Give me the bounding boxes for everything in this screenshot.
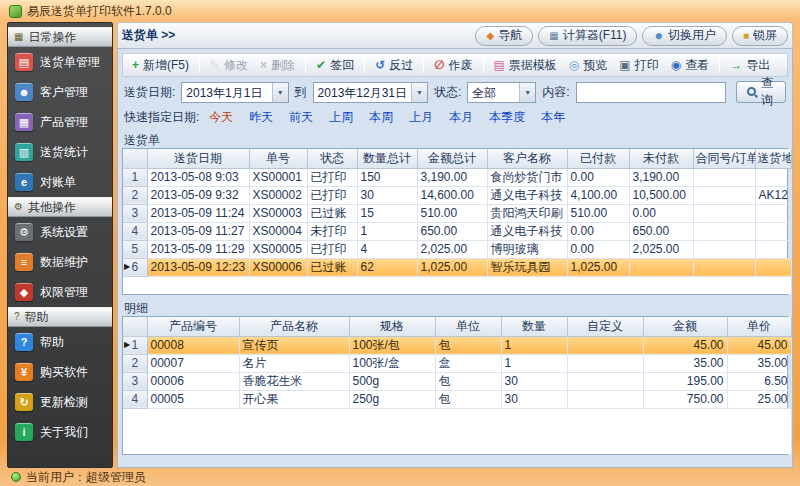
toolbar-button-label: 新增(F5) xyxy=(143,57,189,74)
toolbar-reverse-post-button[interactable]: ↺反过 xyxy=(370,55,418,76)
column-header[interactable]: 金额总计 xyxy=(417,149,487,168)
quick-date-link[interactable]: 今天 xyxy=(209,110,233,124)
sidebar-item-customer[interactable]: ☻客户管理 xyxy=(8,77,112,107)
column-header[interactable]: 合同号/订单号 xyxy=(693,149,755,168)
quick-date-link[interactable]: 本周 xyxy=(369,110,393,124)
update-check-icon: ↻ xyxy=(15,393,33,411)
quick-date-link[interactable]: 前天 xyxy=(289,110,313,124)
row-number-text: 4 xyxy=(131,224,138,238)
column-header[interactable]: 单价 xyxy=(727,317,791,336)
nav-switch-user-button[interactable]: ☻切换用户 xyxy=(642,26,727,46)
statistics-icon: ▥ xyxy=(15,143,33,161)
cell: 2,025.00 xyxy=(417,240,487,258)
date-from-combo[interactable]: 2013年1月1日 ▼ xyxy=(181,82,288,103)
order-row[interactable]: 42013-05-09 11:27XS00004未打印1650.00通义电子科技… xyxy=(123,222,791,240)
search-button[interactable]: 查询 xyxy=(736,81,786,103)
sidebar-item-product[interactable]: ▦产品管理 xyxy=(8,107,112,137)
permission-icon: ◆ xyxy=(15,283,33,301)
toolbar-add-button[interactable]: +新增(F5) xyxy=(127,55,194,76)
column-header[interactable]: 产品名称 xyxy=(239,317,349,336)
nav-button-label: 计算器(F11) xyxy=(563,27,627,44)
sidebar-item-update-check[interactable]: ↻更新检测 xyxy=(8,387,112,417)
sidebar-section-header[interactable]: ▦日常操作 xyxy=(8,27,112,47)
order-row[interactable]: 22013-05-09 9:32XS00002已打印3014,600.00通义电… xyxy=(123,186,791,204)
toolbar-button-label: 作废 xyxy=(449,57,473,74)
order-row[interactable]: 52013-05-09 11:29XS00005已打印42,025.00博明玻璃… xyxy=(123,240,791,258)
column-header[interactable]: 数量总计 xyxy=(357,149,417,168)
toolbar-separator xyxy=(719,57,720,73)
column-header[interactable]: 已付款 xyxy=(567,149,629,168)
dropdown-arrow-icon[interactable]: ▼ xyxy=(411,83,427,102)
toolbar-view-button[interactable]: ◉查看 xyxy=(666,55,714,76)
detail-row[interactable]: 300006香脆花生米500g包30195.006.50 xyxy=(123,372,791,390)
column-header[interactable]: 单位 xyxy=(435,317,501,336)
toolbar-sign-back-button[interactable]: ✔签回 xyxy=(311,55,359,76)
cell: 500g xyxy=(349,372,435,390)
detail-row[interactable]: 400005开心果250g包30750.0025.00 xyxy=(123,390,791,408)
cell: 4 xyxy=(357,240,417,258)
date-to-combo[interactable]: 2013年12月31日 ▼ xyxy=(313,82,428,103)
nav-lock-screen-button[interactable]: ■锁屏 xyxy=(732,26,788,46)
cell xyxy=(755,240,791,258)
nav-calculator-button[interactable]: ▦计算器(F11) xyxy=(538,26,637,46)
row-number: 3 xyxy=(123,204,147,222)
column-header[interactable]: 规格 xyxy=(349,317,435,336)
order-row[interactable]: 12013-05-08 9:03XS00001已打印1503,190.00食尚炒… xyxy=(123,168,791,186)
sidebar-item-about-us[interactable]: i关于我们 xyxy=(8,417,112,447)
quick-date-link[interactable]: 上月 xyxy=(409,110,433,124)
nav-navigation-button[interactable]: ◆导航 xyxy=(475,26,533,46)
order-row[interactable]: 32013-05-09 11:24XS00003已过账15510.00贵阳鸿天印… xyxy=(123,204,791,222)
sidebar-item-help[interactable]: ?帮助 xyxy=(8,327,112,357)
sidebar-item-settings[interactable]: ⚙系统设置 xyxy=(8,217,112,247)
sidebar-item-statement[interactable]: e对账单 xyxy=(8,167,112,197)
grid-empty-area xyxy=(123,408,791,454)
column-header[interactable]: 产品编号 xyxy=(147,317,239,336)
toolbar-export-button[interactable]: →导出 xyxy=(725,55,775,76)
nav-button-label: 切换用户 xyxy=(668,27,716,44)
sidebar-item-data-maintenance[interactable]: ≡数据维护 xyxy=(8,247,112,277)
column-header[interactable]: 未付款 xyxy=(629,149,693,168)
sidebar-item-statistics[interactable]: ▥送货统计 xyxy=(8,137,112,167)
sidebar-item-delivery-note[interactable]: ▤送货单管理 xyxy=(8,47,112,77)
cell: 35.00 xyxy=(727,354,791,372)
detail-row[interactable]: 200007名片100张/盒盒135.0035.00 xyxy=(123,354,791,372)
column-header[interactable]: 金额 xyxy=(643,317,727,336)
sidebar-section-header[interactable]: ⚙其他操作 xyxy=(8,197,112,217)
toolbar-preview-button[interactable]: ◎预览 xyxy=(564,55,612,76)
dropdown-arrow-icon[interactable]: ▼ xyxy=(519,83,535,102)
quick-date-link[interactable]: 上周 xyxy=(329,110,353,124)
quick-date-link[interactable]: 本季度 xyxy=(489,110,525,124)
dropdown-arrow-icon[interactable]: ▼ xyxy=(272,83,288,102)
column-header[interactable]: 单号 xyxy=(249,149,307,168)
column-header[interactable]: 送货日期 xyxy=(147,149,249,168)
sidebar-section-header[interactable]: ?帮助 xyxy=(8,307,112,327)
column-header[interactable]: 数量 xyxy=(501,317,567,336)
column-header[interactable]: 状态 xyxy=(307,149,357,168)
order-row[interactable]: ▶62013-05-09 12:23XS00006已过账621,025.00智乐… xyxy=(123,258,791,276)
sidebar-item-buy-software[interactable]: ¥购买软件 xyxy=(8,357,112,387)
cell: 包 xyxy=(435,372,501,390)
quick-date-link[interactable]: 本年 xyxy=(541,110,565,124)
toolbar-template-button[interactable]: ▤票据模板 xyxy=(489,55,562,76)
column-header[interactable]: 送货地址 xyxy=(755,149,791,168)
toolbar-void-button[interactable]: ∅作废 xyxy=(429,55,477,76)
toolbar-print-button[interactable]: ▣打印 xyxy=(614,55,663,76)
statement-icon: e xyxy=(15,173,33,191)
content-input[interactable] xyxy=(576,82,726,103)
filter-bar: 送货日期: 2013年1月1日 ▼ 到 2013年12月31日 ▼ 状态: 全部… xyxy=(122,77,788,107)
detail-row[interactable]: ▶100008宣传页100张/包包145.0045.00 xyxy=(123,336,791,354)
cell: 通义电子科技 xyxy=(487,186,567,204)
toolbar-button-label: 反过 xyxy=(389,57,413,74)
cell: 2013-05-09 11:29 xyxy=(147,240,249,258)
quick-date-link[interactable]: 昨天 xyxy=(249,110,273,124)
statusbar: 当前用户：超级管理员 xyxy=(7,468,793,486)
calendar-icon: ▦ xyxy=(14,32,23,42)
status-combo[interactable]: 全部 ▼ xyxy=(467,82,536,103)
column-header[interactable]: 自定义 xyxy=(567,317,643,336)
column-header[interactable]: 客户名称 xyxy=(487,149,567,168)
cell: 开心果 xyxy=(239,390,349,408)
quick-date-link[interactable]: 本月 xyxy=(449,110,473,124)
status-value: 全部 xyxy=(468,83,519,102)
sidebar-item-permission[interactable]: ◆权限管理 xyxy=(8,277,112,307)
toolbar-delete-button: ×删除 xyxy=(255,55,300,76)
